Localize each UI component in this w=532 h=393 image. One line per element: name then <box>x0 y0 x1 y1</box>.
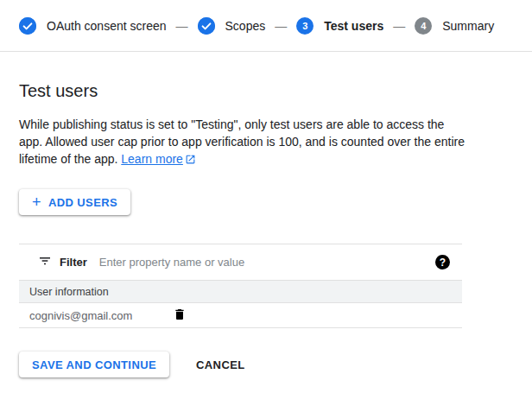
step-label: Scopes <box>225 19 266 33</box>
step-complete-check-icon <box>198 17 215 35</box>
add-users-button[interactable]: + ADD USERS <box>19 189 130 215</box>
step-oauth-consent-screen[interactable]: OAuth consent screen <box>19 17 167 35</box>
step-number-icon: 3 <box>296 17 314 35</box>
step-summary[interactable]: 4 Summary <box>415 17 494 35</box>
step-label: Summary <box>442 19 494 33</box>
save-and-continue-button[interactable]: SAVE AND CONTINUE <box>19 352 169 377</box>
footer-actions: SAVE AND CONTINUE CANCEL <box>0 352 532 377</box>
step-test-users[interactable]: 3 Test users <box>296 17 383 35</box>
main-content: Test users While publishing status is se… <box>0 81 532 215</box>
learn-more-label: Learn more <box>121 152 183 166</box>
add-users-label: ADD USERS <box>48 196 117 209</box>
trash-icon <box>173 307 187 324</box>
learn-more-link[interactable]: Learn more <box>121 152 196 166</box>
step-number-icon: 4 <box>415 17 432 35</box>
step-separator: — <box>393 19 405 33</box>
step-label: OAuth consent screen <box>47 19 167 33</box>
test-user-email: cognivis@gmail.com <box>29 309 173 322</box>
filter-input[interactable] <box>99 256 435 269</box>
external-link-icon <box>185 152 196 169</box>
filter-row: Filter ? <box>19 244 462 280</box>
step-label: Test users <box>324 19 383 33</box>
wizard-stepper: OAuth consent screen — Scopes — 3 Test u… <box>0 0 532 52</box>
save-and-continue-label: SAVE AND CONTINUE <box>32 358 156 371</box>
filter-label: Filter <box>60 256 87 269</box>
page-title: Test users <box>19 81 532 101</box>
cancel-button[interactable]: CANCEL <box>196 358 245 371</box>
plus-icon: + <box>32 194 41 210</box>
step-scopes[interactable]: Scopes <box>198 17 266 35</box>
table-header-row: User information <box>19 280 462 303</box>
step-complete-check-icon <box>19 17 36 35</box>
help-icon[interactable]: ? <box>435 255 450 269</box>
description-text: While publishing status is set to "Testi… <box>19 116 465 169</box>
delete-user-button[interactable] <box>173 307 187 324</box>
cancel-label: CANCEL <box>196 358 245 371</box>
filter-icon <box>38 254 52 271</box>
description-body: While publishing status is set to "Testi… <box>19 117 465 166</box>
step-separator: — <box>176 19 188 33</box>
test-users-table: Filter ? User information cognivis@gmail… <box>19 244 462 328</box>
table-row: cognivis@gmail.com <box>19 303 462 328</box>
step-separator: — <box>275 19 287 33</box>
column-header-user-information: User information <box>29 286 109 298</box>
